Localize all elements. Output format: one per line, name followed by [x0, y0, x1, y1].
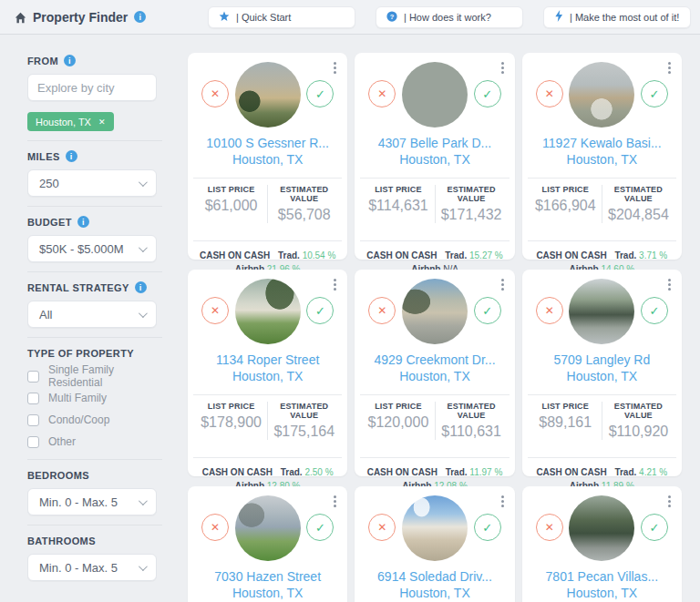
trad-label: Trad.: [614, 250, 636, 260]
address-line[interactable]: 1134 Roper Street: [195, 352, 340, 368]
city-line[interactable]: Houston, TX: [362, 151, 507, 168]
accept-property-button[interactable]: ✓: [474, 80, 501, 107]
address-line[interactable]: 11927 Kewalo Basi...: [530, 135, 674, 151]
city-line[interactable]: Houston, TX: [362, 368, 507, 384]
property-photo[interactable]: [235, 279, 301, 344]
address-line[interactable]: 7030 Hazen Street: [195, 568, 340, 585]
property-address-link[interactable]: 4929 Creekmont Dr... Houston, TX: [362, 352, 507, 384]
info-icon[interactable]: i: [64, 55, 76, 66]
checkbox-single-family-residential[interactable]: Single Family Residential: [27, 368, 157, 384]
accept-property-button[interactable]: ✓: [306, 297, 334, 324]
home-icon[interactable]: [15, 11, 26, 23]
budget-select[interactable]: $50K - $5.000M: [27, 235, 157, 262]
city-line[interactable]: Houston, TX: [530, 151, 674, 168]
checkbox-icon[interactable]: [27, 371, 39, 383]
address-line[interactable]: 6914 Soledad Driv...: [362, 568, 507, 585]
property-address-link[interactable]: 1134 Roper Street Houston, TX: [195, 352, 340, 384]
address-line[interactable]: 7801 Pecan Villas...: [530, 568, 674, 585]
bedrooms-value: Min. 0 - Max. 5: [39, 495, 118, 509]
reject-property-button[interactable]: ✕: [368, 297, 396, 324]
property-address-link[interactable]: 7030 Hazen Street Houston, TX: [195, 568, 340, 601]
property-photo[interactable]: [402, 279, 468, 344]
reject-property-button[interactable]: ✕: [536, 297, 563, 324]
property-photo[interactable]: [402, 495, 468, 561]
info-icon[interactable]: i: [66, 150, 77, 162]
miles-select[interactable]: 250: [27, 169, 157, 197]
property-address-link[interactable]: 4307 Belle Park D... Houston, TX: [362, 135, 507, 168]
accept-property-button[interactable]: ✓: [306, 80, 334, 107]
kebab-menu-icon[interactable]: [499, 277, 506, 292]
kebab-menu-icon[interactable]: [332, 277, 338, 292]
property-address-link[interactable]: 6914 Soledad Driv... Houston, TX: [362, 568, 507, 601]
kebab-menu-icon[interactable]: [499, 60, 506, 76]
property-photo[interactable]: [569, 279, 634, 344]
city-tag[interactable]: Houston, TX ✕: [27, 112, 114, 131]
property-photo[interactable]: [569, 62, 634, 128]
kebab-menu-icon[interactable]: [666, 60, 673, 76]
property-address-link[interactable]: 10100 S Gessner R... Houston, TX: [195, 135, 340, 168]
city-search-input[interactable]: [27, 74, 157, 101]
accept-property-button[interactable]: ✓: [641, 80, 668, 107]
remove-tag-icon[interactable]: ✕: [98, 117, 106, 127]
property-photo[interactable]: [235, 495, 301, 561]
checkbox-icon[interactable]: [27, 393, 39, 404]
kebab-menu-icon[interactable]: [666, 277, 673, 292]
list-price-value: $61,000: [195, 198, 267, 214]
info-icon[interactable]: i: [135, 281, 147, 293]
reject-property-button[interactable]: ✕: [536, 80, 563, 107]
info-icon[interactable]: i: [77, 216, 89, 228]
accept-property-button[interactable]: ✓: [641, 297, 668, 324]
city-line[interactable]: Houston, TX: [195, 151, 340, 168]
checkbox-multi-family[interactable]: Multi Family: [27, 390, 157, 406]
bedrooms-select[interactable]: Min. 0 - Max. 5: [27, 488, 157, 515]
reject-property-button[interactable]: ✕: [368, 80, 396, 107]
bedrooms-label: BEDROOMS: [27, 469, 157, 481]
how-it-works-button[interactable]: ? | How does it work?: [376, 6, 523, 28]
kebab-menu-icon[interactable]: [332, 60, 338, 76]
cash-on-cash-label: CASH ON CASH: [366, 250, 437, 260]
reject-property-button[interactable]: ✕: [201, 80, 229, 107]
checkbox-icon[interactable]: [27, 414, 39, 426]
reject-property-button[interactable]: ✕: [201, 514, 229, 541]
property-address-link[interactable]: 7801 Pecan Villas... Houston, TX: [530, 568, 674, 601]
miles-label: MILES i: [27, 150, 157, 162]
address-line[interactable]: 4929 Creekmont Dr...: [362, 352, 507, 368]
reject-property-button[interactable]: ✕: [201, 297, 229, 324]
accept-property-button[interactable]: ✓: [474, 297, 501, 324]
city-line[interactable]: Houston, TX: [362, 585, 507, 601]
city-line[interactable]: Houston, TX: [530, 585, 674, 601]
address-line[interactable]: 4307 Belle Park D...: [362, 135, 507, 151]
divider: [27, 140, 162, 141]
accept-property-button[interactable]: ✓: [474, 514, 501, 541]
type-of-property-group: Single Family Residential Multi Family C…: [27, 368, 157, 450]
trad-value: 15.27 %: [469, 250, 503, 260]
checkbox-other[interactable]: Other: [27, 434, 157, 450]
checkbox-icon[interactable]: [27, 436, 39, 448]
city-tag-label: Houston, TX: [36, 117, 91, 128]
reject-property-button[interactable]: ✕: [536, 514, 563, 541]
city-line[interactable]: Houston, TX: [530, 368, 674, 384]
address-line[interactable]: 10100 S Gessner R...: [195, 135, 340, 151]
info-icon[interactable]: i: [134, 11, 146, 23]
quick-start-button[interactable]: | Quick Start: [208, 6, 355, 28]
accept-property-button[interactable]: ✓: [641, 514, 668, 541]
bathrooms-select[interactable]: Min. 0 - Max. 5: [27, 554, 157, 581]
rental-strategy-select[interactable]: All: [27, 301, 157, 328]
property-photo[interactable]: [569, 495, 634, 561]
trad-label: Trad.: [281, 467, 303, 477]
property-photo[interactable]: [402, 62, 468, 128]
kebab-menu-icon[interactable]: [499, 494, 506, 509]
accept-property-button[interactable]: ✓: [306, 514, 334, 541]
checkbox-condo-coop[interactable]: Condo/Coop: [27, 412, 157, 428]
property-address-link[interactable]: 11927 Kewalo Basi... Houston, TX: [530, 135, 674, 168]
make-the-most-button[interactable]: | Make the most out of it!: [543, 6, 691, 28]
kebab-menu-icon[interactable]: [666, 494, 673, 509]
kebab-menu-icon[interactable]: [332, 494, 338, 509]
property-photo[interactable]: [235, 62, 301, 128]
city-line[interactable]: Houston, TX: [195, 585, 340, 601]
list-price-value: $166,904: [530, 198, 602, 214]
reject-property-button[interactable]: ✕: [368, 514, 396, 541]
address-line[interactable]: 5709 Langley Rd: [530, 352, 674, 368]
city-line[interactable]: Houston, TX: [195, 368, 340, 384]
property-address-link[interactable]: 5709 Langley Rd Houston, TX: [530, 352, 674, 384]
